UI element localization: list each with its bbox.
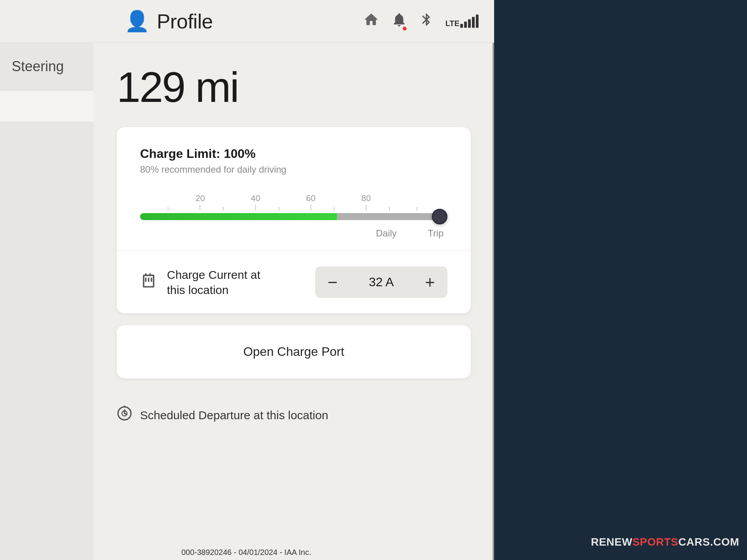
slider-thumb[interactable] bbox=[432, 209, 447, 224]
signal-bars bbox=[460, 15, 479, 28]
open-port-card: Open Charge Port bbox=[117, 325, 471, 378]
slider-track[interactable] bbox=[140, 213, 447, 220]
watermark-renew: RENEW bbox=[591, 536, 633, 548]
tick-60: 60 bbox=[306, 194, 316, 211]
charge-current-row: Charge Current at this location − 32 A + bbox=[140, 251, 447, 313]
current-value: 32 A bbox=[350, 266, 412, 298]
home-icon[interactable] bbox=[363, 11, 379, 31]
profile-section[interactable]: 👤 Profile bbox=[124, 9, 213, 33]
charge-current-control: − 32 A + bbox=[315, 266, 447, 298]
charge-card: Charge Limit: 100% 80% recommended for d… bbox=[117, 127, 471, 313]
scheduled-departure-label: Scheduled Departure at this location bbox=[140, 409, 328, 422]
notification-bell-icon[interactable] bbox=[391, 11, 407, 31]
plug-icon bbox=[140, 272, 157, 293]
tick-40: 40 bbox=[251, 194, 260, 211]
slider-container[interactable] bbox=[140, 213, 447, 220]
tick-20: 20 bbox=[195, 194, 205, 211]
increase-current-button[interactable]: + bbox=[412, 267, 447, 298]
watermark-sports: SPORTS bbox=[632, 536, 678, 548]
decrease-current-button[interactable]: − bbox=[315, 267, 350, 298]
tick-minor-6 bbox=[417, 199, 417, 211]
slider-fill-gray bbox=[337, 213, 442, 220]
charge-current-left: Charge Current at this location bbox=[140, 267, 260, 298]
range-display: 129 mi bbox=[117, 62, 471, 112]
bluetooth-icon[interactable] bbox=[419, 12, 434, 30]
main-screen: 👤 Profile bbox=[0, 0, 494, 560]
scheduled-departure-row[interactable]: Scheduled Departure at this location bbox=[117, 394, 471, 436]
watermark: RENEWSPORTSCARS.COM bbox=[591, 536, 739, 548]
sidebar: Steering bbox=[0, 43, 93, 560]
profile-label: Profile bbox=[157, 10, 213, 33]
charge-limit-subtitle: 80% recommended for daily driving bbox=[140, 164, 447, 175]
right-panel bbox=[494, 0, 747, 560]
tick-minor-1 bbox=[168, 199, 168, 211]
tick-minor-2 bbox=[223, 199, 224, 211]
tick-minor-4 bbox=[334, 199, 335, 211]
tick-80: 80 bbox=[361, 194, 371, 211]
lte-signal-icon: LTE bbox=[445, 15, 479, 28]
slider-fill-green bbox=[140, 213, 337, 220]
scheduled-departure-icon bbox=[117, 406, 132, 425]
header-icons: LTE bbox=[363, 11, 479, 31]
watermark-cars: CARS.COM bbox=[679, 536, 739, 548]
daily-label: Daily bbox=[376, 228, 396, 239]
tick-minor-3 bbox=[279, 199, 279, 211]
charge-limit-title: Charge Limit: 100% bbox=[140, 147, 447, 161]
main-content: 129 mi Charge Limit: 100% 80% recommende… bbox=[93, 43, 494, 456]
charge-current-label: Charge Current at this location bbox=[167, 267, 260, 298]
trip-label: Trip bbox=[428, 228, 444, 239]
tick-minor-5 bbox=[389, 199, 390, 211]
profile-icon: 👤 bbox=[124, 9, 150, 33]
ticks-row: 20 40 60 80 bbox=[140, 194, 447, 211]
sidebar-item-steering[interactable]: Steering bbox=[0, 43, 93, 91]
slider-labels: Daily Trip bbox=[140, 228, 447, 239]
open-charge-port-button[interactable]: Open Charge Port bbox=[117, 325, 471, 378]
bottom-watermark-text: 000-38920246 - 04/01/2024 - IAA Inc. bbox=[181, 548, 311, 557]
header: 👤 Profile bbox=[0, 0, 494, 43]
notification-dot bbox=[403, 26, 407, 30]
sidebar-item-selected[interactable] bbox=[0, 91, 93, 122]
